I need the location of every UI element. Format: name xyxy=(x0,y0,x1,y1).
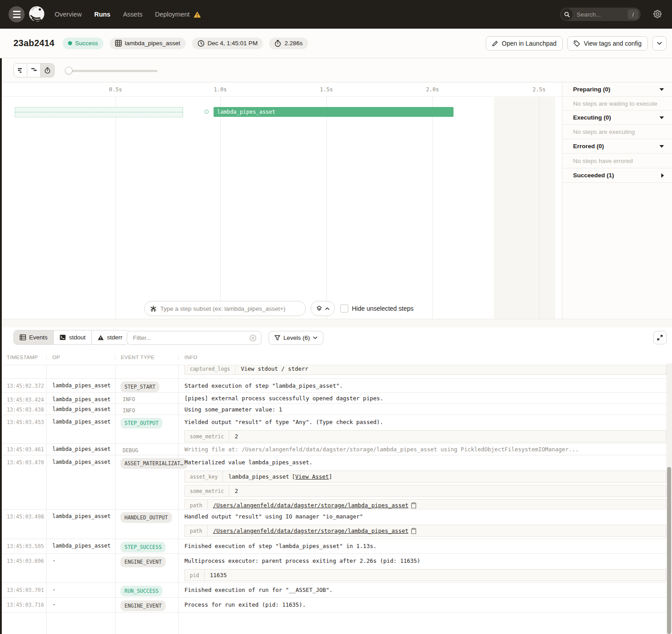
run-header: 23ab2414 Success lambda_pipes_asset Dec … xyxy=(0,29,672,58)
step-subset-input[interactable] xyxy=(160,305,300,312)
timed-view-icon[interactable] xyxy=(41,64,54,77)
nav-assets[interactable]: Assets xyxy=(123,11,143,18)
tab-events[interactable]: Events xyxy=(14,330,54,344)
dagster-run-page: Overview Runs Assets Deployment Search..… xyxy=(0,0,672,634)
run-meta-pills: Success lambda_pipes_asset Dec 4, 1:45:0… xyxy=(63,38,308,49)
levels-dropdown-button[interactable]: Levels (6) xyxy=(269,331,323,345)
table-row[interactable]: 13:45:03.461 lambda_pipes_asset DEBUG Wr… xyxy=(0,443,672,455)
event-type-badge: HANDLED_OUTPUT xyxy=(120,512,172,523)
table-row[interactable]: 13:45:03.424 lambda_pipes_asset INFO [pi… xyxy=(0,392,672,403)
header-more-dropdown-button[interactable] xyxy=(652,36,667,51)
table-row[interactable]: 13:45:03.498 lambda_pipes_asset HANDLED_… xyxy=(0,509,672,539)
section-preparing[interactable]: Preparing (0) xyxy=(562,82,672,97)
status-dot-icon xyxy=(68,41,72,45)
table-row[interactable]: 13:45:03.470 lambda_pipes_asset ASSET_MA… xyxy=(0,455,672,509)
hamburger-menu-icon[interactable] xyxy=(9,6,25,22)
errored-empty-row: No steps have errored xyxy=(562,154,672,168)
waterfall-view-icon[interactable] xyxy=(27,64,41,77)
metadata-entry: path /Users/alangenfeld/data/dagster/sto… xyxy=(184,499,666,509)
nav-overview[interactable]: Overview xyxy=(55,11,81,18)
pencil-icon xyxy=(492,40,498,47)
top-nav-bar: Overview Runs Assets Deployment Search..… xyxy=(0,0,672,29)
run-duration-pill: 2.286s xyxy=(269,38,308,49)
gantt-toolbar: Hide not started steps Re-execute all (*… xyxy=(0,58,672,82)
chevron-down-icon xyxy=(657,42,662,45)
table-row[interactable]: 13:45:03.696 - ENGINE_EVENT Multiprocess… xyxy=(0,553,672,583)
event-type-badge: INFO xyxy=(120,394,135,403)
event-log-panel: Events stdout stderr xyxy=(0,327,672,634)
status-badge[interactable]: Success xyxy=(63,38,103,49)
metadata-entry: path /Users/alangenfeld/data/dagster/sto… xyxy=(184,525,666,537)
chevron-down-icon xyxy=(313,336,317,339)
slider-thumb[interactable] xyxy=(65,67,73,74)
log-tabs: Events stdout stderr xyxy=(13,330,129,345)
dagster-logo-icon[interactable] xyxy=(27,5,46,24)
header-buttons: Open in Launchpad View tags and config xyxy=(486,36,667,51)
metadata-entry: some_metric 2 xyxy=(184,485,666,497)
expand-collapsed-icon xyxy=(661,173,664,178)
metadata-entry: captured_logs View stdout / stderr xyxy=(184,365,666,375)
step-status-panel: Preparing (0) No steps are waiting to ex… xyxy=(562,82,672,319)
view-asset-link[interactable]: View Asset xyxy=(295,473,329,480)
step-marker-icon xyxy=(205,110,209,114)
layers-icon xyxy=(316,305,322,312)
job-name-pill[interactable]: lambda_pipes_asset xyxy=(110,38,186,49)
tab-stderr[interactable]: stderr xyxy=(92,330,128,344)
step-subset-filter[interactable] xyxy=(144,301,306,316)
log-filter-input[interactable] xyxy=(133,334,249,341)
gantt-step-bar[interactable]: lambda_pipes_asset xyxy=(214,107,454,117)
clear-filter-icon[interactable] xyxy=(249,334,257,342)
left-edge-divider xyxy=(0,58,2,634)
search-icon xyxy=(561,9,573,20)
log-expand-button[interactable] xyxy=(653,331,667,344)
event-type-badge: RUN_SUCCESS xyxy=(120,586,163,596)
panel-divider xyxy=(0,319,672,327)
table-row[interactable]: 13:45:03.453 lambda_pipes_asset STEP_OUT… xyxy=(0,415,672,443)
table-row[interactable]: 13:45:03.701 - RUN_SUCCESS Finished exec… xyxy=(0,583,672,597)
copy-icon[interactable] xyxy=(411,528,416,534)
event-type-badge: STEP_OUTPUT xyxy=(120,418,163,428)
table-row[interactable]: captured_logs View stdout / stderr xyxy=(0,365,672,378)
log-filter-field[interactable] xyxy=(127,331,261,345)
nav-deployment[interactable]: Deployment xyxy=(155,11,201,18)
step-waiting-region xyxy=(15,107,183,117)
search-shortcut-hint: / xyxy=(628,9,638,19)
table-row[interactable]: 13:45:02.372 lambda_pipes_asset STEP_STA… xyxy=(0,378,672,392)
log-scrollbar-thumb[interactable] xyxy=(667,467,671,634)
event-type-badge: DEBUG xyxy=(120,445,138,454)
hide-unselected-checkbox[interactable] xyxy=(340,304,348,313)
op-selector-icon xyxy=(150,305,157,312)
nav-runs[interactable]: Runs xyxy=(94,11,110,18)
error-triangle-icon xyxy=(98,335,104,340)
clock-icon xyxy=(197,40,205,47)
table-row-empty xyxy=(0,612,672,634)
table-row[interactable]: 13:45:03.716 - ENGINE_EVENT Process for … xyxy=(0,597,672,612)
run-datetime-pill: Dec 4, 1:45:01 PM xyxy=(192,38,263,49)
funnel-icon xyxy=(274,335,280,341)
open-launchpad-button[interactable]: Open in Launchpad xyxy=(486,36,563,51)
table-header-row: TIMESTAMP OP EVENT TYPE INFO xyxy=(0,349,672,365)
axis-tick: 2.5s xyxy=(533,86,546,93)
table-row[interactable]: 13:45:03.505 lambda_pipes_asset STEP_SUC… xyxy=(0,539,672,553)
gantt-zoom-slider[interactable] xyxy=(65,67,159,75)
section-errored[interactable]: Errored (0) xyxy=(562,139,672,154)
axis-tick: 1.5s xyxy=(320,86,333,93)
graph-query-toggle[interactable] xyxy=(311,301,335,316)
metadata-entry: asset_key lambda_pipes_asset [View Asset… xyxy=(184,471,666,483)
path-link[interactable]: /Users/alangenfeld/data/dagster/storage/… xyxy=(213,502,409,509)
event-type-badge: ENGINE_EVENT xyxy=(120,600,166,611)
view-stdout-stderr-link[interactable]: View stdout / stderr xyxy=(241,365,308,372)
copy-icon[interactable] xyxy=(411,502,416,509)
view-tags-config-button[interactable]: View tags and config xyxy=(567,36,648,51)
gantt-view-switcher xyxy=(13,63,55,77)
search-input[interactable]: Search... / xyxy=(560,8,641,21)
path-link[interactable]: /Users/alangenfeld/data/dagster/storage/… xyxy=(213,527,409,534)
tab-stdout[interactable]: stdout xyxy=(54,330,92,344)
collapse-icon xyxy=(659,145,664,148)
after-run-shaded-region xyxy=(494,96,555,319)
flat-view-icon[interactable] xyxy=(14,64,27,77)
settings-gear-icon[interactable] xyxy=(653,9,662,19)
section-executing[interactable]: Executing (0) xyxy=(562,111,672,125)
table-row[interactable]: 13:45:03.438 lambda_pipes_asset INFO Usi… xyxy=(0,403,672,415)
section-succeeded[interactable]: Succeeded (1) xyxy=(562,168,672,183)
